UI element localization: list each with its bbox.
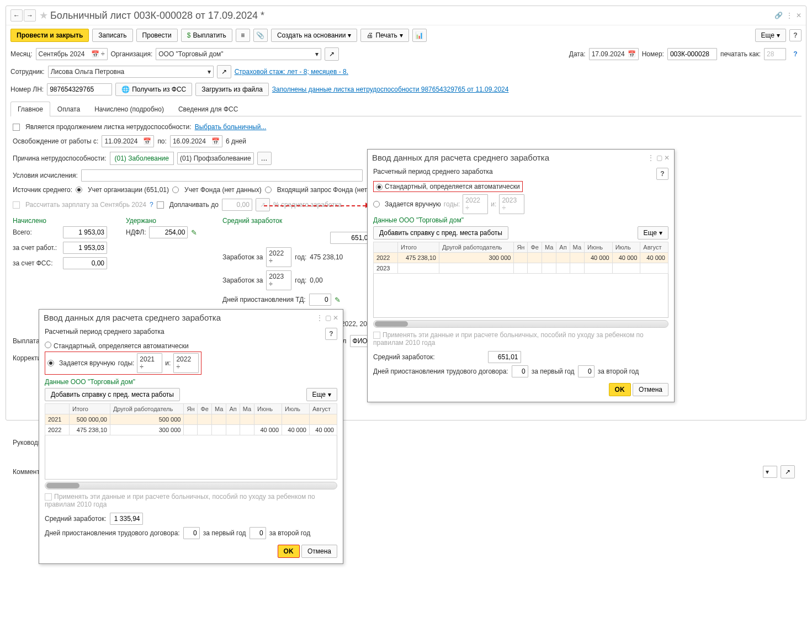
popup-right-help[interactable]: ? xyxy=(656,168,668,180)
hscroll-r[interactable] xyxy=(373,320,668,328)
create-based-on-button[interactable]: Создать на основании ▾ xyxy=(271,29,358,42)
cancel-button-r[interactable]: Отмена xyxy=(633,383,668,396)
nav-back-button[interactable]: ← xyxy=(10,9,23,22)
susp-edit-icon[interactable]: ✎ xyxy=(335,296,341,304)
tab-main[interactable]: Главное xyxy=(10,102,50,116)
favorite-star-icon[interactable]: ★ xyxy=(39,9,48,22)
earn-year1-field[interactable]: 2022 ÷ xyxy=(266,247,291,267)
popup-right-close-icon[interactable]: ✕ xyxy=(664,154,670,162)
more-button-l[interactable]: Еще ▾ xyxy=(306,388,337,401)
nav-fwd-button[interactable]: → xyxy=(24,9,36,22)
close-icon[interactable]: ✕ xyxy=(796,12,802,19)
tab-fss[interactable]: Сведения для ФСС xyxy=(171,102,245,116)
comment-dd[interactable]: ▾ xyxy=(763,466,777,478)
ok-button-r[interactable]: OK xyxy=(609,383,631,396)
earn-year2-field[interactable]: 2023 ÷ xyxy=(266,270,291,290)
opt-manual-label-l: Задается вручную xyxy=(59,359,115,367)
post-button[interactable]: Провести xyxy=(136,29,178,42)
table-row[interactable]: 2022 475 238,10 300 000 40 000 40 000 40… xyxy=(45,425,337,435)
get-from-fss-button[interactable]: 🌐 Получить из ФСС xyxy=(115,83,192,96)
opt-manual-radio-r[interactable] xyxy=(373,201,380,207)
src-incoming-radio[interactable] xyxy=(265,187,272,193)
link-icon[interactable]: 🔗 xyxy=(774,12,783,19)
date-field[interactable]: 17.09.2024📅 xyxy=(589,48,639,60)
susp2-field-l[interactable] xyxy=(250,527,266,539)
load-from-file-button[interactable]: Загрузить из файла xyxy=(195,83,269,96)
susp-label-r: Дней приостановления трудового договора: xyxy=(373,368,508,375)
list-icon-button[interactable]: ≡ xyxy=(236,29,250,42)
earnings-table-r[interactable]: Итого Другой работодатель Ян Фе Ма Ап Ма… xyxy=(373,242,668,318)
num-field[interactable] xyxy=(667,48,717,60)
ndfl-edit-icon[interactable]: ✎ xyxy=(191,228,197,237)
ln-filled-link[interactable]: Заполнены данные листка нетрудоспособнос… xyxy=(272,86,509,93)
org-field[interactable]: ООО "Торговый дом"▾ xyxy=(156,48,321,60)
popup-right-max-icon[interactable]: ▢ xyxy=(656,154,662,162)
year2-field-l[interactable]: 2022 ÷ xyxy=(173,353,199,373)
total-field[interactable] xyxy=(63,226,107,238)
seniority-link[interactable]: Страховой стаж: лет - 8; месяцев - 8. xyxy=(235,68,348,76)
susp1-field-l[interactable] xyxy=(183,527,200,539)
write-button[interactable]: Записать xyxy=(92,29,132,42)
add-ref-button-l[interactable]: Добавить справку с пред. места работы xyxy=(45,388,180,401)
ok-button-l[interactable]: OK xyxy=(278,545,300,558)
susp1-field-r[interactable] xyxy=(512,365,528,377)
by-employer-field[interactable] xyxy=(63,242,107,254)
pay-extra-checkbox[interactable] xyxy=(157,201,164,209)
is-continuation-checkbox[interactable] xyxy=(13,124,20,131)
report-icon-button[interactable]: 📊 xyxy=(412,29,427,42)
hscroll-l[interactable] xyxy=(45,482,337,489)
opt-std-radio-r[interactable] xyxy=(376,184,383,190)
table-row[interactable]: 2022 475 238,10 300 000 40 000 40 000 40… xyxy=(374,253,668,263)
table-row[interactable]: 2021 500 000,00 500 000 xyxy=(45,414,337,425)
help-button[interactable]: ? xyxy=(789,29,802,41)
cancel-button-l[interactable]: Отмена xyxy=(301,545,337,558)
reason1-field[interactable]: (01) Заболевание xyxy=(110,152,174,165)
popup-left-close-icon[interactable]: ✕ xyxy=(333,314,338,322)
off-from-field[interactable]: 11.09.2024📅 xyxy=(102,135,154,147)
menu-icon[interactable]: ⋮ xyxy=(786,12,793,19)
pay-button[interactable]: $Выплатить xyxy=(181,29,232,42)
src-org-radio[interactable] xyxy=(76,187,82,193)
attach-icon-button[interactable]: 📎 xyxy=(253,29,268,42)
off-to-field[interactable]: 16.09.2024📅 xyxy=(170,135,222,147)
earnings-table-l[interactable]: Итого Другой работодатель Ян Фе Ма Ап Ма… xyxy=(45,403,337,480)
comment-open[interactable]: ↗ xyxy=(781,465,795,478)
month-field[interactable]: Сентябрь 2024📅 ÷ xyxy=(36,48,108,60)
help-icon[interactable]: ? xyxy=(789,48,802,60)
calc-cond-field[interactable] xyxy=(81,169,363,182)
susp-days-field[interactable] xyxy=(309,294,331,306)
period-label-l: Расчетный период среднего заработка xyxy=(45,328,164,340)
post-and-close-button[interactable]: Провести и закрыть xyxy=(10,29,89,42)
opt-manual-radio-l[interactable] xyxy=(47,360,54,366)
print-button[interactable]: 🖨 Печать ▾ xyxy=(360,29,408,42)
by-fss-field[interactable] xyxy=(63,257,107,269)
reason-more-button[interactable]: … xyxy=(257,152,272,165)
avg-field-l[interactable] xyxy=(110,513,143,525)
popup-left-help[interactable]: ? xyxy=(325,328,337,340)
emp-open-button[interactable]: ↗ xyxy=(217,65,231,78)
table-row[interactable]: 2023 xyxy=(374,263,668,274)
pick-ln-link[interactable]: Выбрать больничный... xyxy=(195,123,267,131)
year1-field-l[interactable]: 2021 ÷ xyxy=(137,353,162,373)
popup-right-menu-icon[interactable]: ⋮ xyxy=(648,154,654,162)
more-button[interactable]: Еще ▾ xyxy=(755,29,786,42)
more-button-r[interactable]: Еще ▾ xyxy=(638,226,668,239)
data-org-l: Данные ООО "Торговый дом" xyxy=(45,378,337,386)
opt-std-radio-l[interactable] xyxy=(45,342,51,348)
avg-label-r: Средний заработок: xyxy=(373,353,435,361)
src-fund-radio[interactable] xyxy=(172,187,179,193)
reason2-field[interactable]: (01) Профзаболевание xyxy=(177,152,254,164)
add-ref-button-r[interactable]: Добавить справку с пред. места работы xyxy=(373,226,508,239)
popup-left-menu-icon[interactable]: ⋮ xyxy=(316,314,323,322)
pay-extra-field xyxy=(222,199,252,211)
emp-field[interactable]: Лисова Ольга Петровна▾ xyxy=(48,66,214,78)
recalc-help[interactable]: ? xyxy=(150,201,153,209)
avg-field-r[interactable] xyxy=(488,351,521,363)
popup-left-max-icon[interactable]: ▢ xyxy=(325,314,331,322)
ndfl-field[interactable] xyxy=(149,226,188,238)
ln-field[interactable] xyxy=(47,83,112,95)
tab-payment[interactable]: Оплата xyxy=(50,102,87,116)
susp2-field-r[interactable] xyxy=(578,365,595,377)
org-open-button[interactable]: ↗ xyxy=(325,47,339,61)
tab-accrued-detail[interactable]: Начислено (подробно) xyxy=(87,102,171,116)
